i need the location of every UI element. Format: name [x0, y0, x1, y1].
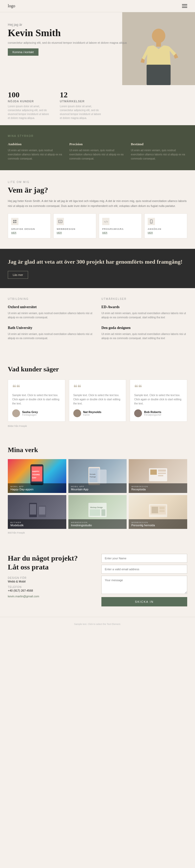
stat-awards-number: 12	[60, 90, 101, 99]
svg-rect-22	[98, 469, 107, 484]
contact-left: Har du något projekt? Låt oss prata Desi…	[8, 554, 94, 600]
author-name-0: Sasha Grey	[22, 410, 38, 413]
submit-button[interactable]: SKICKA IN	[101, 597, 187, 607]
hero-subtitle: Hej jag är	[8, 23, 187, 27]
service-card-2: </> PROGRAMVARA MER	[99, 213, 142, 239]
app-icon	[148, 218, 155, 225]
svg-rect-24	[150, 469, 157, 475]
award-title-1: Den goda designen	[101, 326, 187, 330]
strength-item-2: Bestämd Ut enim ad minim veniam, quis no…	[131, 142, 187, 161]
svg-text:</>: </>	[104, 220, 108, 223]
work-item-3[interactable]: BUTIKER Modebutik	[8, 495, 66, 529]
edu-title-0: Oxford universitet	[8, 305, 94, 309]
software-icon: </>	[102, 218, 109, 225]
author-info-1: Nat Reynolds Kamin	[83, 410, 101, 416]
stat-awards-desc: Lorem ipsum dolor sit amet, consectetur …	[60, 104, 101, 120]
svg-rect-40	[159, 510, 165, 512]
service-link-2[interactable]: MER	[102, 231, 138, 234]
edu-item-1: Bath University Ut enim ad minim veniam,…	[8, 326, 94, 340]
work-type-3: BUTIKER	[10, 521, 64, 524]
webdesign-icon: UI	[57, 218, 64, 225]
author-info-0: Sasha Grey Foretagsagen	[22, 410, 38, 416]
svg-rect-26	[158, 473, 166, 474]
svg-rect-35	[101, 509, 105, 516]
testimonials-credit: Bilder från Freepik	[8, 425, 187, 427]
hamburger-menu[interactable]	[182, 4, 187, 8]
work-overlay-3: BUTIKER Modebutik	[8, 519, 66, 529]
work-name-5: Personlig hemsida	[131, 524, 185, 527]
award-item-1: Den goda designen Ut enim ad minim venia…	[101, 326, 187, 340]
stat-customers-desc: Lorem ipsum dolor sit amet, consectetur …	[8, 104, 50, 120]
work-item-5[interactable]: WEBBDESIGN Personlig hemsida	[129, 495, 187, 529]
stats-section: 100 NÖJDA KUNDER Lorem ipsum dolor sit a…	[0, 85, 195, 125]
work-type-0: MOBIL APP	[10, 486, 64, 488]
strength-desc-0: Ut enim ad minim veniam, quis nostrud ex…	[8, 148, 64, 161]
contact-button[interactable]: Komma i kontakt	[8, 49, 38, 56]
about-tag: LITE OM MIG	[8, 181, 187, 184]
award-item-0: ED-Awards Ut enim ad minim veniam, quis …	[101, 305, 187, 320]
svg-text:YOUNG: YOUNG	[32, 473, 40, 476]
svg-rect-39	[159, 507, 165, 509]
work-type-1: MOBIL APP	[71, 486, 124, 488]
services-grid: GRAFISK DESIGN MER UI WEBBDESIGN MER </>…	[8, 213, 187, 239]
footer: Sample text. Click to select the Text El…	[0, 617, 195, 630]
strength-title-1: Precision	[69, 142, 126, 146]
svg-rect-3	[147, 65, 170, 85]
quote-mark-1: ❝❝	[73, 384, 122, 391]
testimonials-grid: ❝❝ Sample text. Click to select the text…	[8, 379, 187, 422]
work-type-2: WEBBDESIGN	[131, 486, 185, 488]
quote-mark-2: ❝❝	[134, 384, 183, 391]
svg-rect-31	[39, 507, 45, 515]
work-overlay-2: WEBBDESIGN Receptsida	[129, 483, 187, 493]
work-item-1[interactable]: Nomads Package MOBIL APP Mountain App	[68, 459, 127, 493]
service-link-0[interactable]: MER	[11, 231, 47, 234]
author-name-2: Bob Roberts	[144, 410, 161, 413]
logo: logo	[8, 4, 15, 8]
works-title: Mina verk	[8, 446, 187, 454]
testimonial-1: ❝❝ Sample text. Click to select the text…	[69, 379, 126, 422]
email-input[interactable]	[101, 565, 187, 574]
works-section: Mina verk HAPPY YOUNG DAY MOBIL APP Happ…	[0, 437, 195, 544]
strength-item-0: Ambition Ut enim ad minim veniam, quis n…	[8, 142, 64, 161]
message-input[interactable]	[101, 576, 187, 594]
svg-text:HAPPY: HAPPY	[32, 470, 39, 473]
contact-design-value: Webb & Mobil	[8, 580, 94, 583]
service-label-1: WEBBDESIGN	[57, 228, 93, 230]
cta-text: Jag är glad att veta att över 300 projek…	[8, 258, 187, 266]
work-item-0[interactable]: HAPPY YOUNG DAY MOBIL APP Happy Day-appe…	[8, 459, 66, 493]
author-role-2: Försäljningschef	[144, 413, 161, 416]
contact-phone-value: +40 (917) 267-4568	[8, 589, 94, 592]
svg-rect-38	[152, 507, 158, 513]
service-card-0: GRAFISK DESIGN MER	[8, 213, 51, 239]
name-input[interactable]	[101, 554, 187, 563]
education-tag: UTBILDNING	[8, 298, 94, 300]
service-link-3[interactable]: MER	[148, 231, 184, 234]
work-name-3: Modebutik	[10, 524, 64, 527]
svg-rect-25	[158, 469, 166, 472]
service-link-1[interactable]: MER	[57, 231, 93, 234]
contact-email-link[interactable]: kevin.martin@gmail.com	[8, 595, 94, 598]
hero-section: Hej jag är Kevin Smith consectetur adipi…	[0, 12, 195, 85]
contact-title: Har du något projekt? Låt oss prata	[8, 554, 94, 571]
avatar-1	[73, 409, 81, 417]
work-item-2[interactable]: WEBBDESIGN Receptsida	[129, 459, 187, 493]
award-title-0: ED-Awards	[101, 305, 187, 309]
avatar-0	[12, 409, 20, 417]
work-overlay-5: WEBBDESIGN Personlig hemsida	[129, 519, 187, 529]
service-label-3: ANSÖKAN	[148, 228, 184, 230]
testimonial-text-2: Sample text. Click to select the text bo…	[134, 393, 183, 406]
awards-tag: UTMÄRKELSER	[101, 298, 187, 300]
svg-rect-29	[30, 504, 36, 515]
contact-phone: Telefon +40 (917) 267-4568	[8, 586, 94, 592]
service-label-2: PROGRAMVARA	[102, 228, 138, 230]
work-item-4[interactable]: Mockup Design WEBBDESIGN Inredningsstudi…	[68, 495, 127, 529]
avatar-2	[134, 409, 142, 417]
works-grid: HAPPY YOUNG DAY MOBIL APP Happy Day-appe…	[8, 459, 187, 529]
service-card-1: UI WEBBDESIGN MER	[53, 213, 96, 239]
graphic-design-icon	[11, 218, 19, 225]
testimonial-2: ❝❝ Sample text. Click to select the text…	[130, 379, 187, 422]
testimonial-text-1: Sample text. Click to select the text bo…	[73, 393, 122, 406]
cta-button[interactable]: Läs mer	[8, 271, 28, 279]
svg-rect-4	[13, 220, 14, 221]
about-title: Vem är jag?	[8, 186, 187, 194]
